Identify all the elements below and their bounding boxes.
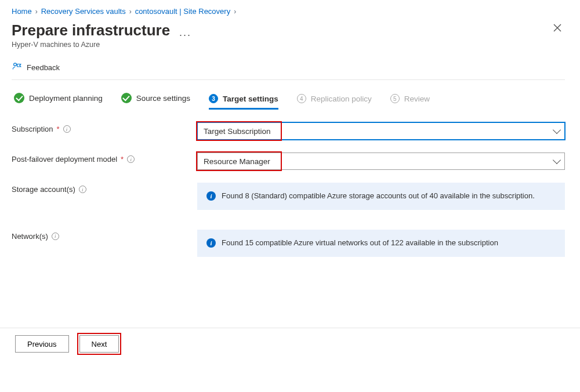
step-label: Target settings <box>223 95 278 103</box>
breadcrumb-vaults[interactable]: Recovery Services vaults <box>41 7 126 16</box>
wizard-steps: Deployment planning Source settings 3 Ta… <box>12 80 565 110</box>
deployment-model-select[interactable]: Resource Manager <box>197 153 565 170</box>
required-indicator: * <box>121 155 124 164</box>
chevron-down-icon <box>553 126 561 134</box>
networks-info-text: Found 15 compatible Azure virtual networ… <box>222 238 498 249</box>
chevron-right-icon: › <box>129 8 132 16</box>
close-icon[interactable] <box>550 21 565 37</box>
subscription-select[interactable]: Target Subscription <box>197 122 565 140</box>
info-icon[interactable]: i <box>52 233 59 240</box>
feedback-icon <box>12 61 22 74</box>
step-source-settings[interactable]: Source settings <box>121 93 190 110</box>
breadcrumb-home[interactable]: Home <box>12 7 32 16</box>
next-button[interactable]: Next <box>79 335 119 353</box>
chevron-right-icon: › <box>35 8 38 16</box>
step-label: Source settings <box>136 94 190 103</box>
more-actions-button[interactable]: ··· <box>176 29 195 41</box>
required-indicator: * <box>57 125 60 133</box>
step-number-icon: 4 <box>297 94 306 103</box>
step-review[interactable]: 5 Review <box>390 94 430 110</box>
step-replication-policy[interactable]: 4 Replication policy <box>297 94 372 110</box>
previous-button[interactable]: Previous <box>15 335 69 353</box>
info-filled-icon: i <box>206 238 216 248</box>
deployment-model-value: Resource Manager <box>204 157 270 166</box>
svg-point-2 <box>14 63 17 66</box>
info-filled-icon: i <box>206 191 216 201</box>
storage-info-banner: i Found 8 (Standard) compatible Azure st… <box>197 183 565 210</box>
breadcrumb-vaultname[interactable]: contosovault | Site Recovery <box>135 7 231 16</box>
deployment-model-label: Post-failover deployment model <box>12 155 117 164</box>
info-icon[interactable]: i <box>63 125 71 133</box>
storage-info-text: Found 8 (Standard) compatible Azure stor… <box>222 191 535 202</box>
check-icon <box>121 93 132 103</box>
step-number-icon: 5 <box>390 94 400 103</box>
step-label: Review <box>404 95 430 103</box>
wizard-footer: Previous Next <box>0 328 580 360</box>
step-label: Deployment planning <box>29 94 103 103</box>
subscription-label: Subscription <box>12 125 53 133</box>
chevron-down-icon <box>553 156 561 164</box>
info-icon[interactable]: i <box>127 155 135 163</box>
info-icon[interactable]: i <box>79 186 86 193</box>
networks-label: Network(s) <box>12 232 48 241</box>
step-number-icon: 3 <box>209 94 218 103</box>
check-icon <box>14 93 24 103</box>
page-title: Prepare infrastructure <box>12 21 170 39</box>
step-target-settings[interactable]: 3 Target settings <box>209 94 278 110</box>
command-bar: Feedback <box>12 53 565 80</box>
step-label: Replication policy <box>311 95 372 103</box>
step-deployment-planning[interactable]: Deployment planning <box>14 93 103 110</box>
storage-label: Storage account(s) <box>12 185 75 194</box>
breadcrumb: Home › Recovery Services vaults › contos… <box>12 6 565 21</box>
subscription-value: Target Subscription <box>204 127 271 136</box>
page-subtitle: Hyper-V machines to Azure <box>12 41 170 49</box>
networks-info-banner: i Found 15 compatible Azure virtual netw… <box>197 230 565 257</box>
chevron-right-icon: › <box>234 8 236 16</box>
feedback-button[interactable]: Feedback <box>27 63 60 72</box>
